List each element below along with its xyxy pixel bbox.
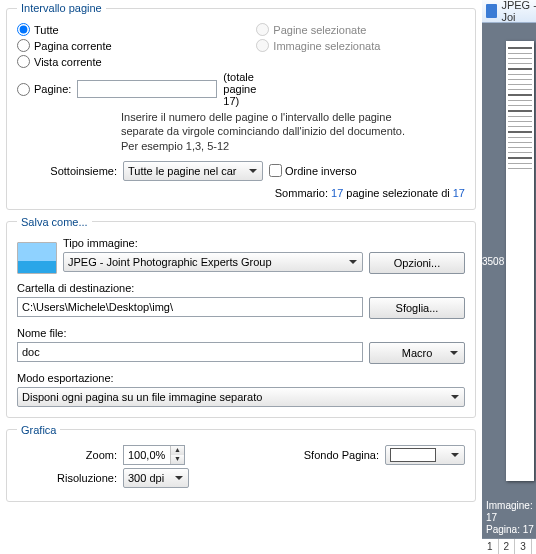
reverse-checkbox[interactable]: [269, 164, 282, 177]
save-as-legend: Salva come...: [17, 216, 92, 228]
label-selected-image: Immagine selezionata: [273, 40, 380, 52]
reverse-label: Ordine inverso: [285, 165, 357, 177]
preview-status: Immagine: 17 Pagina: 17: [482, 498, 536, 538]
pages-input[interactable]: [77, 80, 217, 98]
pager-4[interactable]: 4: [532, 539, 536, 554]
export-mode-label: Modo esportazione:: [17, 372, 465, 384]
summary-text: Sommario: 17 pagine selezionate di 17: [17, 187, 465, 199]
image-type-icon: [17, 242, 57, 274]
image-type-select[interactable]: JPEG - Joint Photographic Experts Group: [63, 252, 363, 272]
label-current-view: Vista corrente: [34, 56, 102, 68]
preview-height: 3508: [482, 255, 504, 266]
radio-pages[interactable]: [17, 83, 30, 96]
color-swatch: [390, 448, 436, 462]
export-mode-select[interactable]: Disponi ogni pagina su un file immagine …: [17, 387, 465, 407]
res-select[interactable]: 300 dpi: [123, 468, 189, 488]
label-pages: Pagine:: [34, 83, 71, 95]
pager-3[interactable]: 3: [515, 539, 532, 554]
radio-current-view[interactable]: [17, 55, 30, 68]
folder-input[interactable]: [17, 297, 363, 317]
page-range-legend: Intervallo pagine: [17, 2, 106, 14]
spinner-down-icon[interactable]: ▼: [171, 455, 184, 464]
res-label: Risoluzione:: [17, 472, 123, 484]
save-as-group: Salva come... Tipo immagine: JPEG - Join…: [6, 216, 476, 418]
radio-current-page[interactable]: [17, 39, 30, 52]
macro-button[interactable]: Macro: [369, 342, 465, 364]
preview-pager: 1 2 3 4: [482, 538, 536, 554]
filename-label: Nome file:: [17, 327, 465, 339]
zoom-spinner[interactable]: ▲▼: [123, 445, 185, 465]
label-all: Tutte: [34, 24, 59, 36]
radio-selected-pages: [256, 23, 269, 36]
subset-select[interactable]: Tutte le pagine nel car: [123, 161, 263, 181]
chevron-down-icon: [450, 351, 458, 359]
total-pages-label: (totale pagine 17): [223, 71, 256, 107]
jpeg-icon: [486, 4, 497, 18]
zoom-input[interactable]: [124, 446, 170, 464]
graphics-legend: Grafica: [17, 424, 60, 436]
bg-color-select[interactable]: [385, 445, 465, 465]
pager-2[interactable]: 2: [499, 539, 516, 554]
subset-label: Sottoinsieme:: [17, 165, 123, 177]
preview-tab[interactable]: JPEG - Joi: [482, 0, 536, 23]
radio-all[interactable]: [17, 23, 30, 36]
zoom-label: Zoom:: [17, 449, 123, 461]
bg-label: Sfondo Pagina:: [304, 449, 385, 461]
radio-selected-image: [256, 39, 269, 52]
filename-input[interactable]: [17, 342, 363, 362]
pages-hint: Inserire il numero delle pagine o l'inte…: [121, 110, 465, 153]
preview-page: [506, 41, 534, 481]
preview-area: 3508: [482, 23, 536, 498]
options-button[interactable]: Opzioni...: [369, 252, 465, 274]
page-range-group: Intervallo pagine Tutte Pagina corrente …: [6, 2, 476, 210]
graphics-group: Grafica Zoom: ▲▼ Sfondo Pagina: Risoluzi…: [6, 424, 476, 502]
spinner-up-icon[interactable]: ▲: [171, 446, 184, 455]
label-current-page: Pagina corrente: [34, 40, 112, 52]
label-selected-pages: Pagine selezionate: [273, 24, 366, 36]
browse-button[interactable]: Sfoglia...: [369, 297, 465, 319]
pager-1[interactable]: 1: [482, 539, 499, 554]
folder-label: Cartella di destinazione:: [17, 282, 465, 294]
image-type-label: Tipo immagine:: [63, 237, 465, 249]
